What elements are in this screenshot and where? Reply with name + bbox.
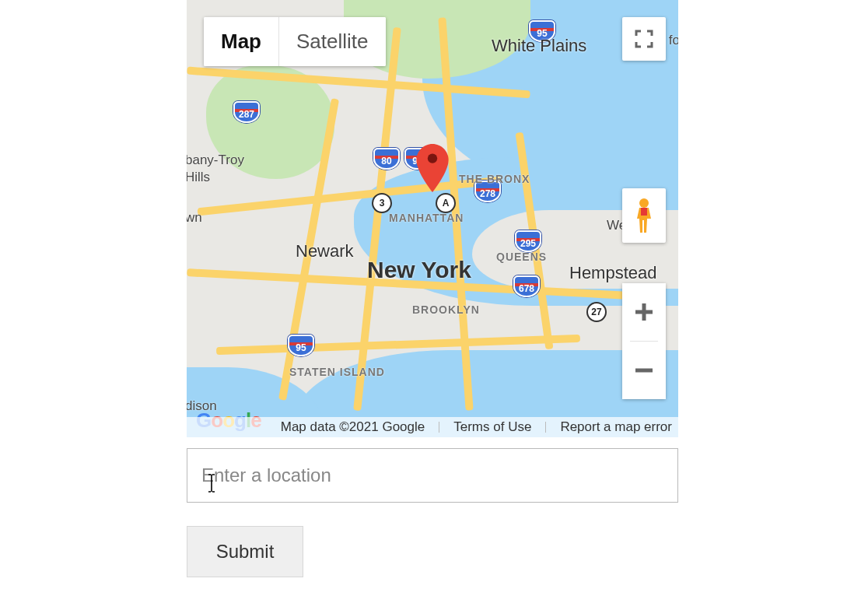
map-canvas[interactable]: 287 95 80 95 278 295 678 95 3 A 27 New Y… bbox=[187, 0, 678, 437]
zoom-control bbox=[622, 283, 666, 399]
city-label-hempstead: Hempstead bbox=[569, 263, 657, 283]
report-error-link[interactable]: Report a map error bbox=[560, 419, 672, 435]
route-shield: 3 bbox=[372, 193, 392, 213]
fullscreen-button[interactable] bbox=[622, 17, 666, 61]
interstate-shield: 95 bbox=[288, 335, 314, 356]
interstate-shield: 80 bbox=[373, 148, 400, 170]
hood-manhattan: MANHATTAN bbox=[389, 212, 464, 224]
city-label-whiteplains: White Plains bbox=[492, 36, 586, 56]
separator bbox=[545, 422, 546, 433]
submit-button[interactable]: Submit bbox=[187, 526, 303, 577]
map-type-satellite-button[interactable]: Satellite bbox=[279, 17, 386, 66]
svg-point-0 bbox=[428, 154, 437, 163]
city-label-fo: fo bbox=[669, 33, 678, 48]
route-shield: A bbox=[436, 193, 456, 213]
hood-bronx: THE BRONX bbox=[459, 173, 530, 185]
interstate-shield: 287 bbox=[233, 101, 260, 123]
svg-rect-2 bbox=[641, 208, 647, 216]
separator bbox=[439, 422, 439, 433]
route-shield: 27 bbox=[586, 302, 607, 322]
interstate-shield: 295 bbox=[515, 230, 541, 252]
location-input[interactable] bbox=[187, 448, 678, 503]
map-marker-icon[interactable] bbox=[416, 144, 449, 192]
city-label-newyork: New York bbox=[367, 257, 471, 283]
zoom-in-button[interactable] bbox=[622, 283, 666, 341]
hood-staten: STATEN ISLAND bbox=[289, 366, 385, 378]
hood-brooklyn: BROOKLYN bbox=[412, 303, 480, 316]
zoom-out-button[interactable] bbox=[622, 342, 666, 399]
map-type-map-button[interactable]: Map bbox=[204, 17, 278, 66]
pegman-icon bbox=[632, 197, 656, 234]
terms-link[interactable]: Terms of Use bbox=[453, 419, 531, 435]
map-type-control: Map Satellite bbox=[204, 17, 386, 66]
map-attribution: Map data ©2021 Google bbox=[281, 419, 425, 435]
svg-point-1 bbox=[639, 198, 649, 208]
minus-icon bbox=[632, 359, 656, 382]
city-label-banytroy: bany-Troy bbox=[187, 153, 244, 168]
map-footer: Map data ©2021 Google Terms of Use Repor… bbox=[187, 417, 678, 437]
city-label-newark: Newark bbox=[296, 241, 354, 261]
hood-queens: QUEENS bbox=[496, 251, 547, 263]
plus-icon bbox=[632, 300, 656, 324]
map-location-widget: 287 95 80 95 278 295 678 95 3 A 27 New Y… bbox=[187, 0, 678, 577]
city-label-hills: Hills bbox=[187, 170, 210, 185]
streetview-pegman-button[interactable] bbox=[622, 188, 666, 243]
interstate-shield: 678 bbox=[513, 275, 540, 297]
fullscreen-icon bbox=[634, 29, 654, 49]
city-label-wn: wn bbox=[187, 210, 202, 226]
